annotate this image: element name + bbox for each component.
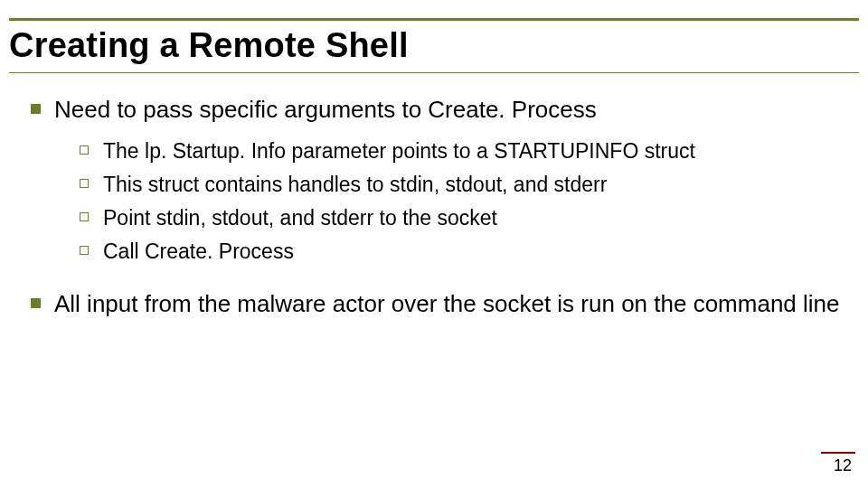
bullet-text: All input from the malware actor over th… bbox=[54, 290, 840, 317]
sub-bullet-item: The lp. Startup. Info parameter points t… bbox=[80, 137, 846, 165]
bullet-text: Need to pass specific arguments to Creat… bbox=[54, 96, 597, 123]
title-top-rule bbox=[9, 18, 859, 21]
sub-bullet-item: Call Create. Process bbox=[80, 238, 846, 266]
slide-title: Creating a Remote Shell bbox=[9, 23, 859, 70]
content-area: Need to pass specific arguments to Creat… bbox=[0, 73, 868, 318]
sub-bullet-item: Point stdin, stdout, and stderr to the s… bbox=[80, 204, 846, 232]
sub-bullet-text: This struct contains handles to stdin, s… bbox=[103, 173, 607, 196]
sub-bullet-text: The lp. Startup. Info parameter points t… bbox=[103, 139, 695, 163]
bullet-list: Need to pass specific arguments to Creat… bbox=[31, 95, 846, 318]
square-bullet-icon bbox=[31, 298, 41, 308]
sub-bullet-list: The lp. Startup. Info parameter points t… bbox=[80, 137, 846, 266]
title-area: Creating a Remote Shell bbox=[0, 0, 868, 73]
sub-bullet-item: This struct contains handles to stdin, s… bbox=[80, 171, 846, 199]
sub-bullet-text: Call Create. Process bbox=[103, 239, 294, 263]
hollow-square-bullet-icon bbox=[80, 145, 89, 155]
sub-bullet-text: Point stdin, stdout, and stderr to the s… bbox=[103, 206, 497, 230]
bullet-item: Need to pass specific arguments to Creat… bbox=[31, 95, 846, 266]
hollow-square-bullet-icon bbox=[80, 246, 89, 255]
hollow-square-bullet-icon bbox=[80, 179, 89, 188]
page-number-rule bbox=[821, 452, 855, 454]
hollow-square-bullet-icon bbox=[80, 212, 89, 221]
page-number: 12 bbox=[834, 456, 852, 475]
slide: Creating a Remote Shell Need to pass spe… bbox=[0, 0, 868, 488]
square-bullet-icon bbox=[31, 104, 41, 114]
bullet-item: All input from the malware actor over th… bbox=[31, 289, 846, 319]
